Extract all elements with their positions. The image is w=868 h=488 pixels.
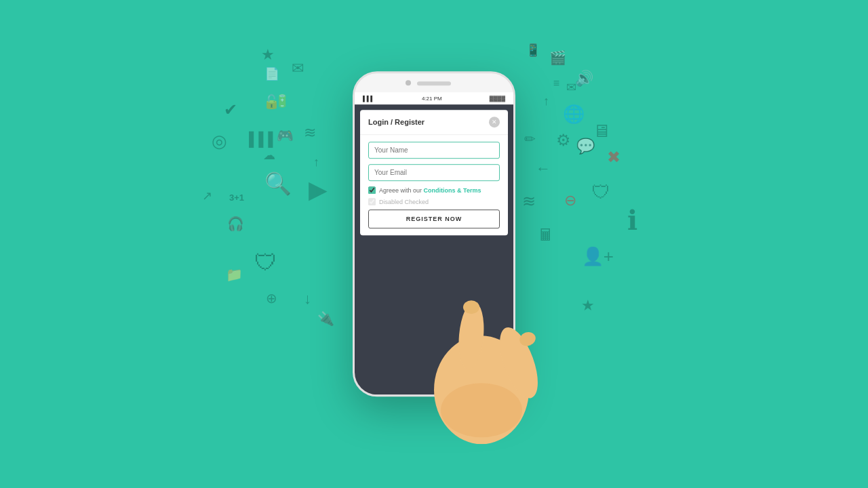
wifi-right-icon: ≋ — [522, 193, 536, 209]
modal-close-button[interactable]: ✕ — [489, 117, 500, 127]
target-icon: ◎ — [212, 132, 227, 150]
headset-icon: 🎧 — [227, 217, 244, 230]
calculator-icon: 🖩 — [538, 227, 554, 243]
mail-icon: ✉ — [292, 61, 304, 76]
svg-point-5 — [441, 383, 522, 437]
gear-icon: ⚙ — [556, 132, 571, 148]
arrow-left-icon: ← — [536, 161, 551, 176]
agree-text: Agreee with our Conditions & Terms — [379, 187, 481, 194]
zoom-minus-icon: ⊖ — [564, 193, 576, 208]
disabled-row: Disabled Checked — [368, 198, 500, 205]
modal-header: Login / Register ✕ — [360, 110, 508, 135]
battery-icon: 🔋 — [275, 95, 290, 107]
star-right-icon: ★ — [581, 298, 595, 313]
search-icon: 🔍 — [264, 173, 292, 195]
chat-icon: 💬 — [576, 139, 595, 154]
gamepad-icon: 🎮 — [277, 129, 294, 142]
arrow-up-icon: ↑ — [313, 156, 319, 168]
agree-row: Agreee with our Conditions & Terms — [368, 186, 500, 194]
login-register-modal: Login / Register ✕ Agreee with our Con — [360, 110, 508, 235]
counter-icon: 3+1 — [229, 193, 244, 202]
check-circle-icon: ✔ — [224, 102, 237, 118]
svg-point-3 — [463, 300, 479, 314]
shield-check-icon: 🛡 — [254, 251, 277, 274]
plug-icon: 🔌 — [317, 312, 334, 325]
hand-illustration — [420, 254, 556, 444]
disabled-checkbox — [368, 198, 376, 205]
file-icon: 📁 — [226, 268, 243, 281]
phone-camera — [406, 80, 411, 85]
notes-icon: ≡ — [553, 78, 559, 89]
unlock-icon: 🔓 — [263, 95, 280, 108]
signal-strength: ▌▌▌ — [363, 96, 374, 102]
agree-checkbox[interactable] — [368, 186, 376, 194]
arrow-down-icon: ↓ — [304, 291, 311, 306]
pencil-icon: ✏ — [524, 132, 536, 146]
speaker-icon: 🔊 — [575, 71, 593, 86]
register-button[interactable]: REGISTER NOW — [368, 209, 500, 228]
info-badge-icon: ℹ — [627, 207, 637, 234]
battery-indicator: ▓▓▓▓ — [490, 96, 505, 102]
play-icon: ▶ — [309, 178, 328, 202]
film-icon: 🎬 — [549, 51, 566, 64]
mobile-icon: 📱 — [526, 44, 540, 56]
email-input[interactable] — [368, 164, 500, 181]
phone-device: ▌▌▌ 4:21 PM ▓▓▓▓ Login / Register ✕ — [353, 71, 515, 403]
cloud-icon: ☁ — [263, 149, 275, 161]
monitor-icon: 🖥 — [593, 122, 610, 140]
status-bar: ▌▌▌ 4:21 PM ▓▓▓▓ — [355, 92, 513, 104]
clock: 4:21 PM — [422, 96, 442, 102]
document-icon: 📄 — [264, 68, 279, 80]
add-user-icon: 👤+ — [582, 247, 614, 265]
terms-link[interactable]: Conditions & Terms — [424, 187, 481, 194]
modal-body: Agreee with our Conditions & Terms Disab… — [360, 135, 508, 235]
name-input[interactable] — [368, 142, 500, 159]
phone-speaker — [417, 81, 451, 85]
modal-title: Login / Register — [368, 118, 425, 126]
error-icon: ✖ — [607, 149, 620, 165]
wifi-left-icon: ≋ — [304, 125, 316, 140]
share-icon: ↗ — [202, 190, 212, 202]
star-icon: ★ — [261, 47, 275, 62]
upload-icon: ↑ — [543, 95, 549, 107]
zoom-plus-icon: ⊕ — [266, 291, 277, 305]
disabled-label: Disabled Checked — [379, 199, 429, 205]
bars-chart-icon: ▐▐▐ — [244, 132, 273, 146]
mail-right-icon: ✉ — [566, 81, 576, 94]
shield-icon: 🛡 — [591, 183, 610, 202]
globe-icon: 🌐 — [563, 105, 585, 123]
